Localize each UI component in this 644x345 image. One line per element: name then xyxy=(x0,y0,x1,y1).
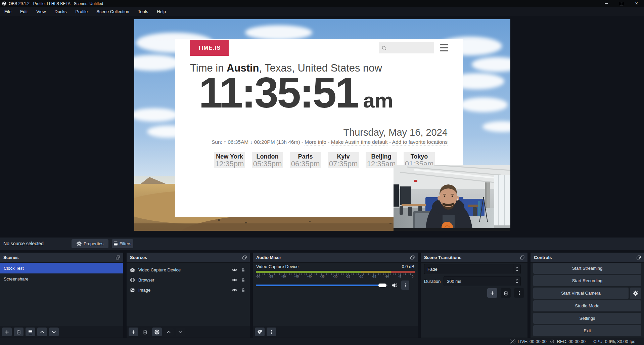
scene-item-clock-test[interactable]: Clock Test xyxy=(0,263,123,273)
source-item-video-capture[interactable]: Video Capture Device xyxy=(127,265,249,275)
remove-transition-button[interactable] xyxy=(501,288,511,298)
menu-tools[interactable]: Tools xyxy=(134,7,152,16)
properties-button[interactable]: Properties xyxy=(72,239,108,248)
advanced-audio-button[interactable] xyxy=(255,328,265,336)
tick-label: -45 xyxy=(293,275,300,278)
menu-file[interactable]: File xyxy=(0,7,16,16)
settings-button[interactable]: Settings xyxy=(533,313,641,324)
studio-mode-button[interactable]: Studio Mode xyxy=(533,300,641,311)
scene-filters-button[interactable] xyxy=(26,328,35,336)
close-button[interactable]: ✕ xyxy=(629,0,644,7)
tick-label: -55 xyxy=(267,275,274,278)
menu-scene-collection[interactable]: Scene Collection xyxy=(92,7,134,16)
speaker-icon[interactable] xyxy=(392,283,398,288)
scenes-panel-header[interactable]: Scenes xyxy=(0,253,123,263)
move-scene-down-button[interactable] xyxy=(49,328,59,336)
window-title: OBS 29.1.2 - Profile: LLHLS BETA - Scene… xyxy=(9,1,103,6)
mixer-options-button[interactable] xyxy=(267,328,276,336)
sun-separator: - xyxy=(388,139,392,145)
visibility-eye-icon[interactable] xyxy=(232,277,237,283)
virtual-camera-config-button[interactable] xyxy=(630,288,641,299)
source-item-browser[interactable]: Browser xyxy=(127,275,249,285)
transition-options-button[interactable] xyxy=(514,288,524,298)
scenes-panel: Scenes Clock Test Screenshare xyxy=(0,253,123,338)
maximize-button[interactable] xyxy=(614,0,629,7)
sun-separator: - xyxy=(326,139,331,145)
audio-mixer-panel-header[interactable]: Audio Mixer xyxy=(253,253,418,263)
trash-icon xyxy=(16,330,21,335)
duration-row: Duration 300 ms xyxy=(424,276,521,286)
timeis-logo: TIME.IS xyxy=(190,40,229,56)
sources-panel: Sources Video Capture Device Browser Ima… xyxy=(127,253,250,338)
move-source-up-button[interactable] xyxy=(164,328,174,336)
source-item-image[interactable]: Image xyxy=(127,285,249,295)
chevron-up-icon xyxy=(166,330,171,335)
add-source-button[interactable] xyxy=(129,328,138,336)
audio-mixer-panel-title: Audio Mixer xyxy=(256,255,281,260)
volume-slider-handle[interactable] xyxy=(378,284,386,287)
filters-button[interactable]: Filters xyxy=(112,239,133,248)
record-inactive-icon xyxy=(550,339,555,344)
minimize-button[interactable] xyxy=(599,0,614,7)
move-scene-up-button[interactable] xyxy=(37,328,47,336)
scene-transitions-panel-title: Scene Transitions xyxy=(424,255,461,260)
duration-label: Duration xyxy=(424,279,444,284)
add-scene-button[interactable] xyxy=(2,328,12,336)
menu-profile[interactable]: Profile xyxy=(71,7,92,16)
duration-spinbox[interactable]: 300 ms xyxy=(444,276,521,286)
scene-item-screenshare[interactable]: Screenshare xyxy=(0,274,123,284)
tick-label: -30 xyxy=(331,275,339,278)
visibility-eye-icon[interactable] xyxy=(232,287,237,293)
preview-canvas[interactable]: TIME.IS Time in Austin, Texas, United St… xyxy=(134,19,510,231)
tick-label: -10 xyxy=(383,275,390,278)
menu-docks[interactable]: Docks xyxy=(50,7,71,16)
transition-select-spinner[interactable] xyxy=(513,264,520,274)
webcam-video-source[interactable] xyxy=(394,165,510,231)
start-virtual-camera-button[interactable]: Start Virtual Camera xyxy=(533,288,629,299)
transition-buttons xyxy=(487,288,524,298)
tick-label: -40 xyxy=(306,275,313,278)
make-default-link: Make Austin time default xyxy=(331,139,388,145)
gear-icon xyxy=(77,241,82,246)
start-streaming-button[interactable]: Start Streaming xyxy=(533,263,641,274)
chevron-up-icon xyxy=(515,279,519,281)
source-toolbar: No source selected Properties Filters xyxy=(0,238,644,250)
gear-icon xyxy=(154,330,159,335)
remove-source-button[interactable] xyxy=(140,328,150,336)
sources-panel-title: Sources xyxy=(130,255,147,260)
tick-label: -25 xyxy=(344,275,352,278)
add-transition-button[interactable] xyxy=(487,288,497,298)
city-time: 12:35am xyxy=(366,160,397,168)
lock-icon[interactable] xyxy=(241,288,245,292)
popout-icon[interactable] xyxy=(242,255,247,260)
lock-icon[interactable] xyxy=(241,277,245,282)
menu-help[interactable]: Help xyxy=(152,7,170,16)
exit-button[interactable]: Exit xyxy=(533,325,641,336)
scene-transitions-panel: Scene Transitions Fade Duration 300 ms xyxy=(421,253,527,338)
city-card-kyiv: Kyiv07:35pm xyxy=(328,152,359,168)
duration-spinner[interactable] xyxy=(513,276,520,286)
start-recording-button[interactable]: Start Recording xyxy=(533,275,641,286)
move-source-down-button[interactable] xyxy=(176,328,185,336)
visibility-eye-icon[interactable] xyxy=(232,267,237,273)
menu-view[interactable]: View xyxy=(32,7,50,16)
transition-select[interactable]: Fade xyxy=(424,264,521,274)
remove-scene-button[interactable] xyxy=(14,328,24,336)
lock-icon[interactable] xyxy=(241,267,245,272)
hamburger-menu-icon xyxy=(440,44,448,51)
scene-transitions-panel-header[interactable]: Scene Transitions xyxy=(421,253,527,263)
popout-icon[interactable] xyxy=(636,255,641,260)
chevron-down-icon xyxy=(515,269,519,271)
menu-edit[interactable]: Edit xyxy=(16,7,32,16)
popout-icon[interactable] xyxy=(116,255,121,260)
channel-options-button[interactable] xyxy=(401,281,409,290)
city-name: Kyiv xyxy=(328,153,359,160)
timeis-sun-info: Sun: ↑ 06:35AM ↓ 08:20PM (13h 46m) - Mor… xyxy=(212,139,448,145)
volume-slider[interactable] xyxy=(256,285,387,286)
controls-panel-header[interactable]: Controls xyxy=(531,253,644,263)
popout-icon[interactable] xyxy=(520,255,525,260)
sources-panel-header[interactable]: Sources xyxy=(127,253,250,263)
cpu-fps-stats: CPU: 0.6%, 30.00 fps xyxy=(593,339,635,344)
source-properties-button[interactable] xyxy=(152,328,162,336)
popout-icon[interactable] xyxy=(410,255,415,260)
